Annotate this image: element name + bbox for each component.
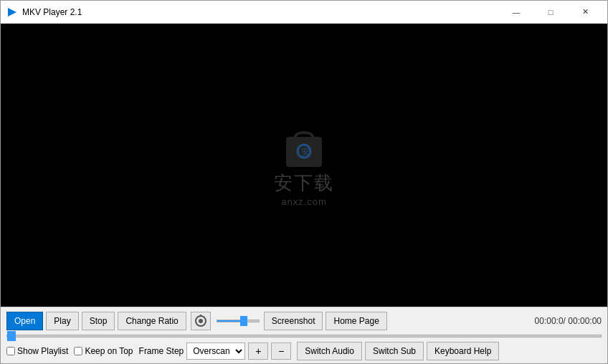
- svg-point-5: [199, 319, 203, 323]
- minimize-button[interactable]: —: [500, 1, 533, 24]
- switch-audio-button[interactable]: Switch Audio: [297, 342, 362, 360]
- play-button[interactable]: Play: [46, 312, 78, 330]
- maximize-button[interactable]: □: [534, 1, 567, 24]
- controls-row1: Open Play Stop Change Ratio Screenshot H…: [6, 312, 602, 330]
- keep-on-top-text: Keep on Top: [85, 346, 133, 356]
- row2-right: Switch Audio Switch Sub Keyboard Help: [297, 342, 499, 360]
- show-playlist-label[interactable]: Show Playlist: [6, 346, 68, 356]
- volume-thumb[interactable]: [240, 316, 247, 326]
- title-bar: MKV Player 2.1 — □ ✕: [1, 1, 607, 24]
- keyboard-help-button[interactable]: Keyboard Help: [427, 342, 499, 360]
- stop-button[interactable]: Stop: [82, 312, 115, 330]
- home-page-button[interactable]: Home Page: [326, 312, 386, 330]
- show-playlist-text: Show Playlist: [17, 346, 68, 356]
- watermark-url: anxz.com: [281, 196, 327, 207]
- keep-on-top-checkbox[interactable]: [74, 347, 82, 355]
- controls-row2: Show Playlist Keep on Top Frame Step Ove…: [6, 342, 602, 360]
- minus-button[interactable]: −: [271, 343, 291, 360]
- svg-marker-0: [8, 8, 16, 16]
- switch-sub-button[interactable]: Switch Sub: [365, 342, 424, 360]
- controls-area: Open Play Stop Change Ratio Screenshot H…: [1, 307, 607, 363]
- svg-text:安: 安: [301, 147, 310, 157]
- screenshot-button[interactable]: Screenshot: [264, 312, 323, 330]
- frame-step-label: Frame Step: [139, 346, 184, 356]
- show-playlist-checkbox[interactable]: [6, 347, 15, 355]
- window-controls: — □ ✕: [500, 1, 602, 24]
- seek-bar-container[interactable]: [6, 333, 602, 342]
- rotate-button[interactable]: [191, 312, 211, 330]
- time-display: 00:00:0/ 00:00:00: [528, 316, 602, 326]
- app-icon: [6, 6, 18, 18]
- main-window: MKV Player 2.1 — □ ✕ 安 安下载 anxz.com: [0, 0, 608, 364]
- window-title: MKV Player 2.1: [22, 7, 500, 17]
- seek-bar-thumb[interactable]: [7, 331, 16, 341]
- video-area: 安 安下载 anxz.com: [1, 24, 607, 307]
- open-button[interactable]: Open: [6, 312, 43, 330]
- change-ratio-button[interactable]: Change Ratio: [118, 312, 186, 330]
- overscan-select[interactable]: Overscan None Small Large: [186, 343, 245, 360]
- watermark: 安 安下载 anxz.com: [274, 124, 334, 207]
- watermark-text: 安下载: [274, 171, 334, 196]
- plus-button[interactable]: +: [248, 343, 268, 360]
- close-button[interactable]: ✕: [569, 1, 602, 24]
- seek-bar-track[interactable]: [6, 335, 602, 337]
- keep-on-top-label[interactable]: Keep on Top: [74, 346, 133, 356]
- volume-slider[interactable]: [217, 314, 260, 328]
- volume-track[interactable]: [217, 320, 260, 322]
- seek-bar[interactable]: [6, 333, 602, 339]
